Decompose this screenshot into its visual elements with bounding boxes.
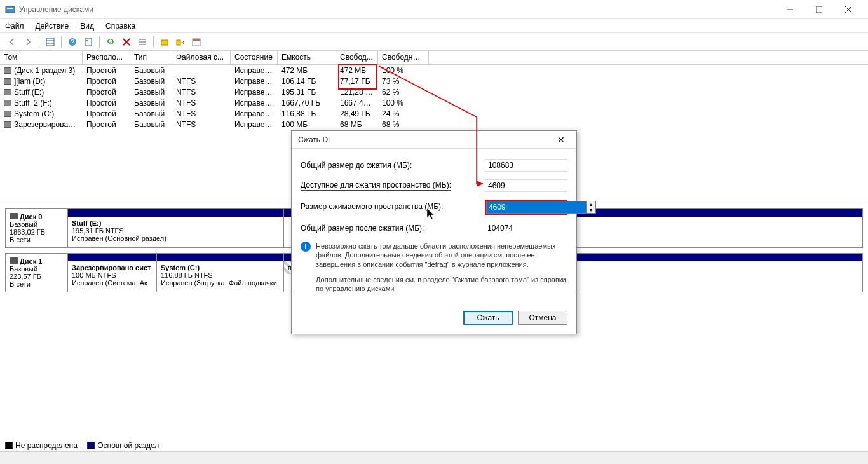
info-icon: i bbox=[301, 242, 311, 252]
menubar: Файл Действие Вид Справка bbox=[0, 19, 868, 33]
extend-icon[interactable] bbox=[173, 35, 187, 49]
calendar-icon[interactable] bbox=[189, 35, 203, 49]
shrink-amount-input-wrapper: ▲ ▼ bbox=[485, 200, 567, 215]
legend-unallocated: Не распределена bbox=[15, 441, 78, 450]
volume-icon bbox=[4, 78, 11, 85]
spin-down-button[interactable]: ▼ bbox=[587, 207, 595, 213]
shrink-dialog: Сжать D: ✕ Общий размер до сжатия (МБ): … bbox=[291, 130, 577, 334]
list-icon[interactable] bbox=[135, 35, 149, 49]
volume-icon bbox=[4, 100, 11, 106]
menu-action[interactable]: Действие bbox=[36, 22, 69, 31]
shrink-amount-input[interactable] bbox=[486, 201, 587, 214]
dialog-title: Сжать D: bbox=[298, 135, 552, 144]
back-button[interactable] bbox=[5, 35, 19, 49]
dialog-titlebar: Сжать D: ✕ bbox=[292, 131, 576, 149]
titlebar: Управление дисками bbox=[0, 0, 868, 19]
menu-file[interactable]: Файл bbox=[5, 22, 24, 31]
svg-text:?: ? bbox=[71, 39, 74, 46]
delete-icon[interactable] bbox=[119, 35, 133, 49]
col-cap[interactable]: Емкость bbox=[278, 51, 336, 64]
new-volume-icon[interactable] bbox=[158, 35, 172, 49]
menu-help[interactable]: Справка bbox=[105, 22, 135, 31]
dialog-info-text-2: Дополнительные сведения см. в разделе "С… bbox=[316, 275, 567, 294]
svg-rect-18 bbox=[161, 40, 168, 45]
value-available: 4609 bbox=[485, 179, 567, 192]
minimize-button[interactable] bbox=[775, 0, 804, 19]
svg-rect-1 bbox=[7, 8, 13, 9]
properties-icon[interactable] bbox=[81, 35, 95, 49]
table-row[interactable]: Stuff (E:)ПростойБазовыйNTFSИсправен...1… bbox=[0, 86, 868, 97]
volume-icon bbox=[4, 67, 11, 74]
svg-rect-6 bbox=[46, 38, 54, 46]
statusbar bbox=[0, 451, 868, 464]
spin-up-button[interactable]: ▲ bbox=[587, 201, 595, 207]
col-fs[interactable]: Файловая с... bbox=[172, 51, 231, 64]
svg-rect-19 bbox=[177, 40, 180, 45]
disk-info[interactable]: Диск 0Базовый1863,02 ГБВ сети bbox=[5, 208, 67, 248]
value-total-after: 104074 bbox=[485, 222, 567, 234]
svg-rect-0 bbox=[6, 6, 15, 13]
col-loc[interactable]: Располо... bbox=[83, 51, 130, 64]
table-row[interactable]: ][lam (D:)ПростойБазовыйNTFSИсправен...1… bbox=[0, 76, 868, 86]
label-total-after: Общий размер после сжатия (МБ): bbox=[301, 224, 485, 233]
menu-view[interactable]: Вид bbox=[80, 22, 94, 31]
svg-rect-21 bbox=[193, 39, 200, 41]
table-row[interactable]: System (C:)ПростойБазовыйNTFSИсправен...… bbox=[0, 108, 868, 119]
dialog-info-text-1: Невозможно сжать том дальше области расп… bbox=[316, 242, 567, 269]
col-free[interactable]: Свобод... bbox=[336, 51, 378, 64]
table-row[interactable]: Зарезервировано...ПростойБазовыйNTFSИспр… bbox=[0, 119, 868, 130]
cancel-button[interactable]: Отмена bbox=[518, 311, 567, 325]
col-tom[interactable]: Том bbox=[0, 51, 83, 64]
help-icon[interactable]: ? bbox=[65, 35, 79, 49]
table-view-icon[interactable] bbox=[43, 35, 57, 49]
partition[interactable]: System (C:)116,88 ГБ NTFSИсправен (Загру… bbox=[156, 254, 283, 292]
label-available: Доступное для сжатия пространство (МБ): bbox=[301, 181, 485, 191]
label-total-before: Общий размер до сжатия (МБ): bbox=[301, 161, 485, 170]
table-row[interactable]: (Диск 1 раздел 3)ПростойБазовыйИсправен.… bbox=[0, 65, 868, 76]
col-freepct[interactable]: Свободно % bbox=[378, 51, 429, 64]
svg-rect-3 bbox=[816, 6, 822, 13]
toolbar: ? bbox=[0, 33, 868, 51]
label-shrink-amount: Размер сжимаемого пространства (МБ): bbox=[301, 202, 485, 212]
dialog-close-button[interactable]: ✕ bbox=[552, 131, 570, 149]
shrink-button[interactable]: Сжать bbox=[463, 311, 513, 325]
partition[interactable]: Зарезервировано сист100 МБ NTFSИсправен … bbox=[67, 254, 156, 292]
refresh-icon[interactable] bbox=[104, 35, 118, 49]
volume-icon bbox=[4, 89, 11, 95]
volume-icon bbox=[4, 111, 11, 117]
value-total-before: 108683 bbox=[485, 159, 567, 172]
legend-primary: Основной раздел bbox=[97, 441, 159, 450]
maximize-button[interactable] bbox=[804, 0, 834, 19]
col-type[interactable]: Тип bbox=[130, 51, 172, 64]
volume-icon bbox=[4, 121, 11, 128]
partition[interactable]: Stuff (E:)195,31 ГБ NTFSИсправен (Основн… bbox=[67, 209, 283, 247]
volume-table-header: Том Располо... Тип Файловая с... Состоян… bbox=[0, 51, 868, 65]
forward-button[interactable] bbox=[21, 35, 35, 49]
col-state[interactable]: Состояние bbox=[231, 51, 278, 64]
close-button[interactable] bbox=[834, 0, 863, 19]
disk-info[interactable]: Диск 1Базовый223,57 ГБВ сети bbox=[5, 253, 67, 292]
svg-rect-11 bbox=[85, 38, 92, 46]
legend: Не распределена Основной раздел bbox=[5, 441, 166, 451]
window-title: Управление дисками bbox=[19, 5, 775, 14]
svg-point-12 bbox=[86, 40, 88, 41]
table-row[interactable]: Stuff_2 (F:)ПростойБазовыйNTFSИсправен..… bbox=[0, 97, 868, 108]
app-icon bbox=[5, 4, 15, 15]
